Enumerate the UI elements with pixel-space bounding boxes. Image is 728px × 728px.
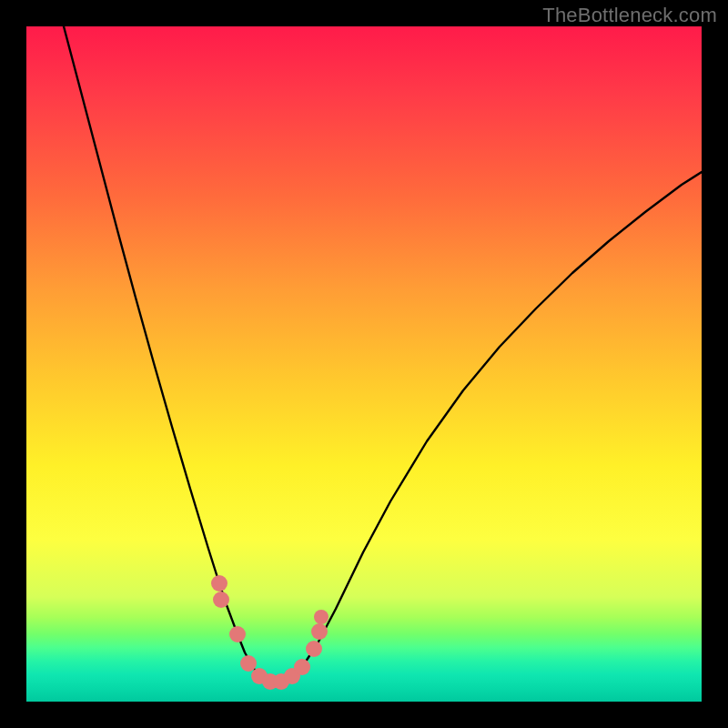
curve-marker (311, 623, 328, 640)
chart-plot-area (26, 26, 702, 702)
curve-marker (240, 655, 257, 672)
curve-marker (306, 641, 322, 657)
curve-marker (294, 659, 310, 675)
curve-marker (229, 626, 246, 642)
bottleneck-curve (64, 26, 702, 682)
curve-svg (26, 26, 702, 702)
curve-marker (314, 610, 329, 624)
curve-marker (211, 575, 228, 592)
watermark-text: TheBottleneck.com (542, 4, 717, 27)
curve-markers (211, 575, 329, 690)
curve-marker (213, 592, 229, 608)
